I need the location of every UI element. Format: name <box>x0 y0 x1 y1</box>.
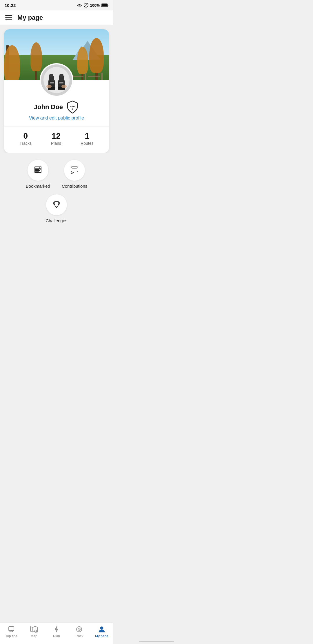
status-bar: 10:22 100% <box>0 0 113 10</box>
menu-button[interactable] <box>5 15 12 20</box>
svg-rect-26 <box>35 169 39 170</box>
profile-info: John Doe PRO + View and edit public prof… <box>4 97 109 121</box>
plans-label: Plans <box>51 141 61 146</box>
svg-rect-3 <box>108 5 109 6</box>
pro-badge-svg: PRO + <box>66 100 79 114</box>
routes-label: Routes <box>81 141 93 146</box>
routes-count: 1 <box>81 131 93 141</box>
svg-rect-25 <box>35 168 41 169</box>
tracks-label: Tracks <box>20 141 32 146</box>
dnd-icon <box>84 3 88 8</box>
page-title: My page <box>17 14 43 21</box>
svg-rect-29 <box>71 167 78 172</box>
bookmarked-label: Bookmarked <box>26 184 50 189</box>
challenges-label: Challenges <box>46 218 67 223</box>
top-nav: My page <box>0 10 113 25</box>
stat-tracks[interactable]: 0 Tracks <box>20 131 32 146</box>
tracks-count: 0 <box>20 131 32 141</box>
challenges-icon-wrap <box>46 194 67 215</box>
battery-text: 100% <box>90 3 100 8</box>
profile-name-row: John Doe PRO + <box>10 100 103 114</box>
profile-name: John Doe <box>34 103 63 111</box>
wifi-icon <box>77 3 82 7</box>
bookmarked-icon <box>33 166 43 175</box>
svg-rect-9 <box>49 74 53 77</box>
svg-rect-21 <box>61 85 67 88</box>
plans-count: 12 <box>51 131 61 141</box>
challenges-icon <box>52 200 61 209</box>
stats-row: 0 Tracks 12 Plans 1 Routes <box>4 126 109 153</box>
svg-rect-20 <box>46 85 52 88</box>
actions-row-1: Bookmarked Contributions <box>6 160 107 189</box>
profile-avatar-wrap <box>4 63 109 97</box>
edit-profile-link[interactable]: View and edit public profile <box>10 115 103 121</box>
profile-avatar <box>40 63 73 97</box>
bookmarked-action[interactable]: Bookmarked <box>26 160 50 189</box>
quick-actions: Bookmarked Contributions <box>0 153 113 228</box>
contributions-icon-wrap <box>64 160 85 181</box>
bottom-spacer <box>0 228 113 251</box>
avatar-image <box>43 67 70 93</box>
svg-rect-4 <box>102 4 107 6</box>
stat-plans[interactable]: 12 Plans <box>51 131 61 146</box>
svg-rect-16 <box>59 74 63 77</box>
battery-icon <box>101 3 108 7</box>
stat-routes[interactable]: 1 Routes <box>81 131 93 146</box>
contributions-label: Contributions <box>62 184 87 189</box>
svg-point-5 <box>43 67 70 93</box>
contributions-icon <box>70 166 79 175</box>
svg-rect-28 <box>35 171 39 172</box>
status-icons: 100% <box>77 3 108 8</box>
challenges-action[interactable]: Challenges <box>46 194 67 223</box>
status-time: 10:22 <box>5 3 16 8</box>
pro-badge: PRO + <box>66 100 79 114</box>
profile-card: John Doe PRO + View and edit public prof… <box>4 29 109 153</box>
svg-rect-27 <box>35 170 40 171</box>
bookmarked-icon-wrap <box>28 160 48 181</box>
contributions-action[interactable]: Contributions <box>62 160 87 189</box>
svg-text:+: + <box>72 108 73 111</box>
actions-row-2: Challenges <box>6 194 107 223</box>
